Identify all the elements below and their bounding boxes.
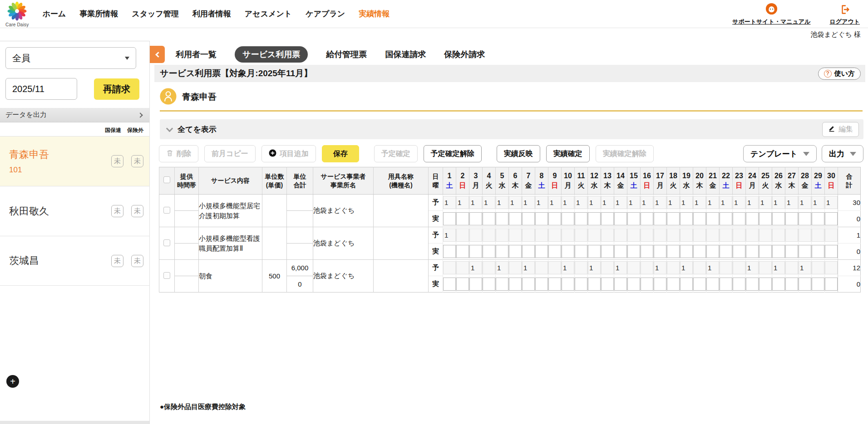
actual-cell-day-13[interactable] [601,245,614,258]
actual-cell-day-4[interactable] [483,212,495,225]
actual-cell-day-24[interactable] [746,278,759,291]
actual-cell-day-18[interactable] [667,212,680,225]
actual-cell-day-27[interactable] [785,212,798,225]
actual-cell-day-10[interactable] [562,212,574,225]
actual-cell-day-15[interactable] [627,212,640,225]
actual-cell-day-14[interactable] [614,245,627,258]
actual-cell-day-30[interactable] [825,278,838,291]
actual-cell-day-23[interactable] [733,212,745,225]
actual-cell-day-25[interactable] [759,245,772,258]
actual-cell-day-12[interactable] [588,278,601,291]
tab-サービス利用票[interactable]: サービス利用票 [235,46,308,63]
nav-item-利用者情報[interactable]: 利用者情報 [192,9,231,19]
add-user-button[interactable]: + [6,375,19,388]
actual-cell-day-7[interactable] [522,212,535,225]
actual-cell-day-14[interactable] [614,278,627,291]
actual-cell-day-21[interactable] [706,212,719,225]
data-export-menu[interactable]: データを出力 [0,108,149,122]
actual-cell-day-11[interactable] [575,278,587,291]
actual-cell-day-28[interactable] [799,278,811,291]
actual-cell-day-14[interactable] [614,212,627,225]
actual-cell-day-2[interactable] [456,245,469,258]
actual-cell-day-9[interactable] [548,278,561,291]
actual-cell-day-10[interactable] [562,278,574,291]
actual-cell-day-4[interactable] [483,278,495,291]
toolbar-button-保存[interactable]: 保存 [322,145,359,162]
nav-item-事業所情報[interactable]: 事業所情報 [79,9,118,19]
actual-cell-day-17[interactable] [654,278,666,291]
actual-cell-day-29[interactable] [812,212,824,225]
actual-cell-day-10[interactable] [562,245,574,258]
actual-cell-day-16[interactable] [641,278,653,291]
actual-cell-day-19[interactable] [680,245,693,258]
actual-cell-day-28[interactable] [799,212,811,225]
user-filter-select[interactable]: 全員 [5,47,136,69]
select-all-checkbox[interactable] [163,176,170,183]
actual-cell-day-23[interactable] [733,245,745,258]
actual-cell-day-5[interactable] [496,212,508,225]
sidebar-scrollbar[interactable] [0,421,149,424]
show-all-label[interactable]: 全てを表示 [178,124,217,135]
actual-cell-day-22[interactable] [720,212,732,225]
brand-logo[interactable]: Care Daisy [5,1,29,27]
actual-cell-day-26[interactable] [772,245,785,258]
user-list-item[interactable]: 茨城昌未未 [0,236,149,286]
actual-cell-day-28[interactable] [799,245,811,258]
actual-cell-day-11[interactable] [575,212,587,225]
actual-cell-day-16[interactable] [641,245,653,258]
actual-cell-day-24[interactable] [746,212,759,225]
actual-cell-day-20[interactable] [693,278,706,291]
actual-cell-day-3[interactable] [469,245,482,258]
actual-cell-day-30[interactable] [825,245,838,258]
actual-cell-day-21[interactable] [706,245,719,258]
actual-cell-day-30[interactable] [825,212,838,225]
actual-cell-day-22[interactable] [720,278,732,291]
row-checkbox[interactable] [163,207,170,214]
sidebar-collapse-button[interactable] [150,46,165,63]
actual-cell-day-20[interactable] [693,212,706,225]
actual-cell-day-12[interactable] [588,245,601,258]
actual-cell-day-1[interactable] [443,212,456,225]
actual-cell-day-11[interactable] [575,245,587,258]
tab-国保連請求[interactable]: 国保連請求 [385,49,426,60]
tab-保険外請求[interactable]: 保険外請求 [444,49,485,60]
rebill-button[interactable]: 再請求 [94,78,139,100]
toolbar-button-予定確定解除[interactable]: 予定確定解除 [424,145,482,162]
actual-cell-day-2[interactable] [456,212,469,225]
actual-cell-day-7[interactable] [522,278,535,291]
actual-cell-day-2[interactable] [456,278,469,291]
actual-cell-day-12[interactable] [588,212,601,225]
dropdown-出力[interactable]: 出力 [822,145,863,162]
nav-item-アセスメント[interactable]: アセスメント [245,9,292,19]
logout-link[interactable]: ログアウト [829,4,860,26]
row-checkbox[interactable] [163,239,170,246]
actual-cell-day-16[interactable] [641,212,653,225]
nav-item-ホーム[interactable]: ホーム [42,9,66,19]
help-button[interactable]: ? 使い方 [818,68,861,80]
dropdown-テンプレート[interactable]: テンプレート [743,145,817,162]
actual-cell-day-29[interactable] [812,278,824,291]
actual-cell-day-8[interactable] [535,245,548,258]
actual-cell-day-27[interactable] [785,278,798,291]
actual-cell-day-15[interactable] [627,278,640,291]
toolbar-button-実績反映[interactable]: 実績反映 [497,145,540,162]
nav-item-実績情報[interactable]: 実績情報 [359,9,390,19]
actual-cell-day-18[interactable] [667,278,680,291]
user-list-item[interactable]: 青森申吾101未未 [0,136,149,186]
actual-cell-day-3[interactable] [469,278,482,291]
actual-cell-day-4[interactable] [483,245,495,258]
actual-cell-day-20[interactable] [693,245,706,258]
actual-cell-day-9[interactable] [548,245,561,258]
actual-cell-day-1[interactable] [443,245,456,258]
actual-cell-day-3[interactable] [469,212,482,225]
actual-cell-day-19[interactable] [680,212,693,225]
actual-cell-day-17[interactable] [654,245,666,258]
tab-利用者一覧[interactable]: 利用者一覧 [176,49,217,60]
actual-cell-day-25[interactable] [759,278,772,291]
actual-cell-day-5[interactable] [496,245,508,258]
actual-cell-day-18[interactable] [667,245,680,258]
tab-給付管理票[interactable]: 給付管理票 [326,49,367,60]
actual-cell-day-8[interactable] [535,212,548,225]
actual-cell-day-17[interactable] [654,212,666,225]
edit-button[interactable]: 編集 [822,122,859,137]
